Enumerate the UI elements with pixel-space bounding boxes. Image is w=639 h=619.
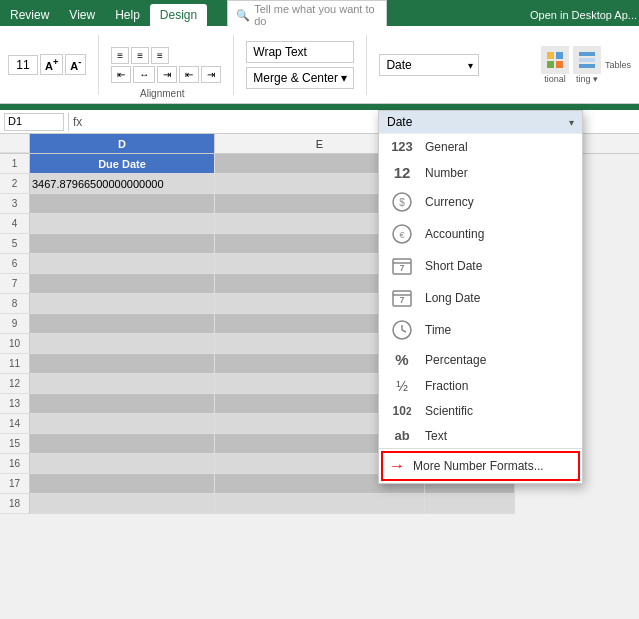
cell-d7[interactable] <box>30 274 215 294</box>
row-num-3: 3 <box>0 194 30 214</box>
row-num-4: 4 <box>0 214 30 234</box>
percentage-icon: % <box>389 351 415 368</box>
dropdown-item-long-date[interactable]: 7 Long Date <box>379 282 582 314</box>
number-icon: 12 <box>389 164 415 181</box>
cell-d13[interactable] <box>30 394 215 414</box>
row-num-15: 15 <box>0 434 30 454</box>
alignment-group: ≡ ≡ ≡ ⇤ ↔ ⇥ ⇤ ⇥ <box>111 47 221 83</box>
dropdown-item-time[interactable]: Time <box>379 314 582 346</box>
merge-center-arrow[interactable]: ▾ <box>341 71 347 85</box>
time-icon <box>389 319 415 341</box>
dropdown-header-arrow: ▾ <box>569 117 574 128</box>
dropdown-item-short-date[interactable]: 7 Short Date <box>379 250 582 282</box>
divider-3 <box>366 35 367 95</box>
dropdown-header[interactable]: Date ▾ <box>379 111 582 134</box>
dropdown-item-fraction[interactable]: ½ Fraction <box>379 373 582 399</box>
row-num-5: 5 <box>0 234 30 254</box>
long-date-label: Long Date <box>425 291 480 305</box>
divider-2 <box>233 35 234 95</box>
cell-f18[interactable] <box>425 494 515 514</box>
font-decrease-btn[interactable]: A- <box>65 54 86 75</box>
row-num-18: 18 <box>0 494 30 514</box>
cell-d16[interactable] <box>30 454 215 474</box>
cell-d17[interactable] <box>30 474 215 494</box>
row-num-1: 1 <box>0 154 30 174</box>
scientific-label: Scientific <box>425 404 473 418</box>
number-format-section: Date <box>379 54 479 76</box>
cell-d6[interactable] <box>30 254 215 274</box>
fraction-icon: ½ <box>389 378 415 394</box>
row-num-13: 13 <box>0 394 30 414</box>
name-box[interactable]: D1 <box>4 113 64 131</box>
dropdown-item-accounting[interactable]: € Accounting <box>379 218 582 250</box>
cell-d18[interactable] <box>30 494 215 514</box>
table-section-label: Tables <box>605 60 631 70</box>
cell-d15[interactable] <box>30 434 215 454</box>
merge-center-label: Merge & Center <box>253 71 338 85</box>
cell-d2[interactable]: 3467.87966500000000000 <box>30 174 215 194</box>
tab-view[interactable]: View <box>59 4 105 26</box>
tab-review[interactable]: Review <box>0 4 59 26</box>
long-date-icon: 7 <box>389 287 415 309</box>
row-num-7: 7 <box>0 274 30 294</box>
svg-rect-0 <box>547 52 554 59</box>
font-size-group: 11 A+ A- <box>8 54 86 75</box>
cell-d5[interactable] <box>30 234 215 254</box>
cell-d14[interactable] <box>30 414 215 434</box>
align-top-left-btn[interactable]: ≡ <box>111 47 129 64</box>
conditional-format-btn[interactable]: tional <box>541 46 569 84</box>
dropdown-item-general[interactable]: 123 General <box>379 134 582 159</box>
row-num-14: 14 <box>0 414 30 434</box>
cell-d9[interactable] <box>30 314 215 334</box>
align-top-right-btn[interactable]: ≡ <box>151 47 169 64</box>
search-icon: 🔍 <box>236 9 250 22</box>
align-top-center-btn[interactable]: ≡ <box>131 47 149 64</box>
format-select-wrap: Date <box>379 54 479 76</box>
wrap-text-btn[interactable]: Wrap Text <box>246 41 354 63</box>
tab-design[interactable]: Design <box>150 4 207 26</box>
font-increase-btn[interactable]: A+ <box>40 54 63 75</box>
fraction-label: Fraction <box>425 379 468 393</box>
cell-d11[interactable] <box>30 354 215 374</box>
cell-d8[interactable] <box>30 294 215 314</box>
svg-text:€: € <box>399 230 404 240</box>
align-right-btn[interactable]: ⇥ <box>157 66 177 83</box>
cell-e18[interactable] <box>215 494 425 514</box>
cell-d3[interactable] <box>30 194 215 214</box>
decrease-indent-btn[interactable]: ⇤ <box>179 66 199 83</box>
row-num-12: 12 <box>0 374 30 394</box>
align-left-btn[interactable]: ⇤ <box>111 66 131 83</box>
tab-help[interactable]: Help <box>105 4 150 26</box>
dropdown-item-scientific[interactable]: 102 Scientific <box>379 399 582 423</box>
increase-indent-btn[interactable]: ⇥ <box>201 66 221 83</box>
format-dropdown[interactable]: Date <box>379 54 479 76</box>
svg-rect-1 <box>556 52 563 59</box>
time-label: Time <box>425 323 451 337</box>
open-desktop-btn[interactable]: Open in Desktop Ap... <box>528 7 639 23</box>
table-row: 18 <box>0 494 639 514</box>
align-center-btn[interactable]: ↔ <box>133 66 155 83</box>
merge-center-btn[interactable]: Merge & Center ▾ <box>246 67 354 89</box>
dropdown-item-text[interactable]: ab Text <box>379 423 582 448</box>
divider-1 <box>98 35 99 95</box>
font-size-input[interactable]: 11 <box>8 55 38 75</box>
cell-d12[interactable] <box>30 374 215 394</box>
number-format-dropdown[interactable]: Date ▾ 123 General 12 Number $ Currency <box>378 110 583 484</box>
svg-text:7: 7 <box>399 295 404 305</box>
tell-me-text: Tell me what you want to do <box>254 3 378 27</box>
row-num-16: 16 <box>0 454 30 474</box>
cell-d4[interactable] <box>30 214 215 234</box>
col-header-d[interactable]: D <box>30 134 215 153</box>
general-label: General <box>425 140 468 154</box>
fx-label: fx <box>73 115 82 129</box>
more-formats-label: More Number Formats... <box>413 459 544 473</box>
format-as-table-btn[interactable]: ting ▾ <box>573 46 601 84</box>
dropdown-item-number[interactable]: 12 Number <box>379 159 582 186</box>
dropdown-item-percentage[interactable]: % Percentage <box>379 346 582 373</box>
dropdown-item-currency[interactable]: $ Currency <box>379 186 582 218</box>
general-icon: 123 <box>389 139 415 154</box>
more-formats-btn[interactable]: → More Number Formats... <box>379 448 582 483</box>
wrap-merge-group: Wrap Text Merge & Center ▾ <box>246 41 354 89</box>
cell-d10[interactable] <box>30 334 215 354</box>
cell-d1[interactable]: Due Date <box>30 154 215 174</box>
